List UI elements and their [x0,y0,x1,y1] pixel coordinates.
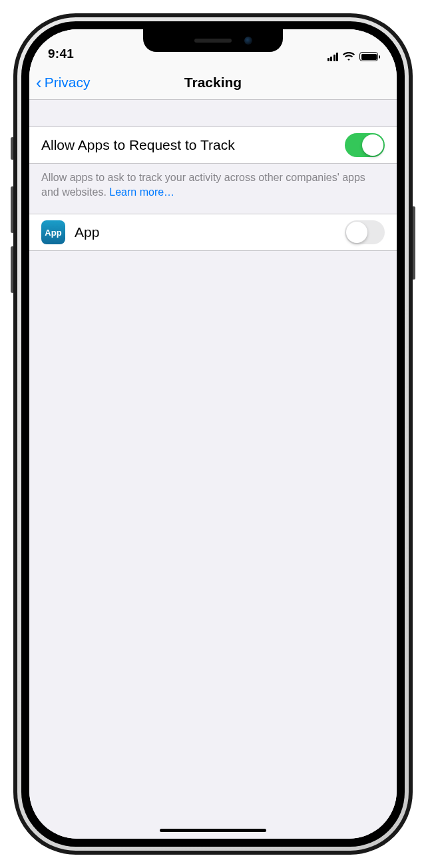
cellular-signal-icon [327,53,339,61]
status-time: 9:41 [48,47,74,61]
battery-icon [359,52,378,61]
footer-text: Allow apps to ask to track your activity… [41,172,365,198]
back-button[interactable]: ‹ Privacy [29,74,91,91]
notch [143,29,283,52]
app-row: App App [29,214,397,251]
home-indicator[interactable] [160,829,266,832]
content-scroll[interactable]: Allow Apps to Request to Track Allow app… [29,100,397,839]
navigation-bar: ‹ Privacy Tracking [29,65,397,100]
chevron-left-icon: ‹ [36,74,42,91]
app-toggle[interactable] [345,220,385,244]
learn-more-link[interactable]: Learn more… [109,186,174,198]
app-icon: App [41,220,65,244]
allow-tracking-label: Allow Apps to Request to Track [41,137,335,153]
app-name: App [75,224,335,240]
allow-tracking-description: Allow apps to ask to track your activity… [29,164,397,214]
allow-tracking-row: Allow Apps to Request to Track [29,126,397,164]
allow-tracking-toggle[interactable] [345,133,385,157]
back-label: Privacy [45,75,91,91]
wifi-icon [342,52,355,61]
